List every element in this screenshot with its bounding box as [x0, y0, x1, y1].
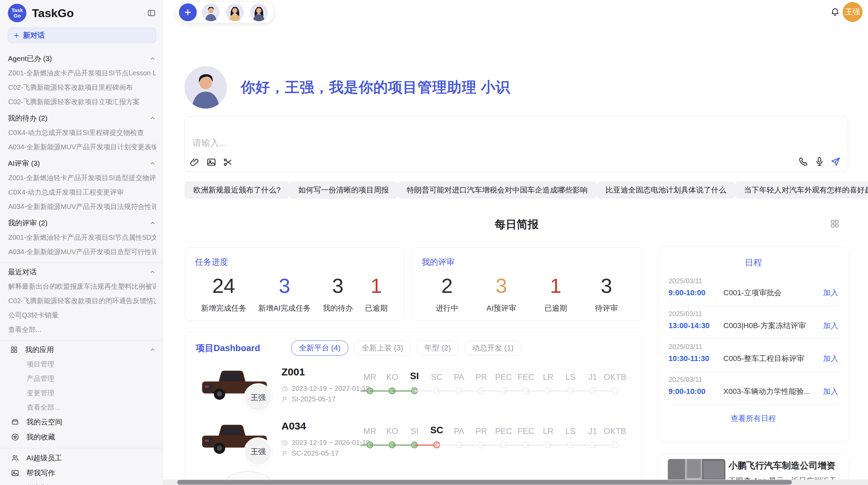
- milestone-label-ls: LS: [565, 372, 575, 382]
- agent-avatar-2[interactable]: [225, 2, 245, 22]
- sidebar-section-header[interactable]: 我的待办 (2): [8, 111, 156, 125]
- chevron-up-icon: [149, 160, 156, 167]
- calendar-entry[interactable]: 2025/03/119:00-10:00X003-车辆动力学性能验...加入: [668, 376, 838, 405]
- calendar-entry-time: 13:00-14:30: [668, 321, 723, 330]
- plus-icon: +: [14, 31, 19, 40]
- calendar-entry[interactable]: 2025/03/1110:30-11:30C005-整车工程目标评审加入: [668, 343, 838, 372]
- layout-grid-icon[interactable]: [830, 219, 840, 229]
- scrollbar-thumb[interactable]: [177, 480, 792, 485]
- recent-conversation-item[interactable]: 公司Q3轻卡销量: [8, 308, 156, 322]
- chevron-up-icon: [149, 220, 156, 226]
- recent-conversation-item[interactable]: C02-飞腾新能源轻客改款项目的闭环通告反馈情况: [8, 294, 156, 308]
- project-flag-text: SI-2025-05-17: [292, 395, 336, 403]
- notifications-bell-icon[interactable]: [830, 7, 840, 17]
- attach-file-icon[interactable]: [190, 157, 200, 167]
- app-shortcut-item[interactable]: 查看全部...: [8, 400, 156, 414]
- sidebar-section-header[interactable]: Agent已办 (3): [8, 51, 156, 66]
- chat-input[interactable]: [190, 134, 744, 156]
- view-all-schedule-link[interactable]: 查看所有日程: [658, 413, 848, 424]
- app-shortcut-item[interactable]: 产品管理: [8, 371, 156, 386]
- my-apps-label: 我的应用: [25, 345, 149, 355]
- app-shortcut-item[interactable]: 项目管理: [8, 357, 156, 371]
- sidebar-item-label: 我的云空间: [26, 417, 62, 427]
- plus-icon: [183, 8, 192, 17]
- suggestion-chip[interactable]: 特朗普可能对进口汽车增税会对中国车企造成哪些影响: [398, 182, 596, 199]
- dashboard-tab[interactable]: 全新上装 (3): [354, 340, 411, 356]
- send-icon[interactable]: [830, 156, 841, 167]
- user-avatar[interactable]: 王强: [843, 2, 863, 22]
- project-code[interactable]: Z001: [281, 366, 305, 378]
- milestone-dot-oktb[interactable]: [612, 387, 618, 394]
- conversation-item[interactable]: A034-全新新能源MUV产品开发项目造型可行性评审: [8, 245, 156, 259]
- calendar-entry-time: 10:30-11:30: [668, 354, 723, 363]
- stat-value: 1: [365, 274, 387, 298]
- conversation-item[interactable]: A034-全新新能源MUV产品开发项目计划变更表编写: [8, 140, 156, 154]
- sidebar-item-my-apps[interactable]: 我的应用: [8, 343, 156, 357]
- recent-conversation-item[interactable]: 解释最新出台的欧盟报废车法规再生塑料比例被调至15%...: [8, 279, 156, 294]
- new-chat-button[interactable]: + 新对话: [8, 27, 156, 43]
- briefing-card-0: 任务进度24新增完成任务3新增AI完成任务3我的待办1已逾期: [184, 247, 404, 321]
- conversation-item[interactable]: C0X4-动力总成开发项目工程变更评审: [8, 185, 156, 199]
- suggestion-chip[interactable]: 比亚迪全固态电池计划具体说了什么: [596, 182, 735, 199]
- dashboard-tab[interactable]: 全新平台 (4): [291, 340, 348, 356]
- sidebar-section-title: AI评审 (3): [8, 159, 149, 168]
- recent-conversation-item[interactable]: 查看全部...: [8, 322, 156, 337]
- sidebar-item-starbadge[interactable]: 我的收藏: [8, 430, 156, 445]
- milestone-label-pr: PR: [475, 372, 487, 382]
- collapse-sidebar-icon[interactable]: [147, 9, 156, 17]
- calendar-entry-title: X003-车辆动力学性能验...: [723, 386, 823, 397]
- project-row: 王强Z0012023-12-19 ~ 2027-01-19SI-2025-05-…: [185, 362, 642, 416]
- milestone-dot-oktb[interactable]: [612, 442, 618, 448]
- conversation-item[interactable]: Z001-全新燃油轻卡产品开发项目SI造型提交物评审: [8, 171, 156, 185]
- divider: [668, 404, 838, 405]
- milestone-label-j1: J1: [588, 426, 597, 436]
- screenshot-icon[interactable]: [222, 157, 233, 167]
- calendar-entry[interactable]: 2025/03/119:00-10:00C001-立项审批会加入: [668, 277, 838, 306]
- sidebar-item-box[interactable]: 我的云空间: [8, 414, 156, 430]
- milestone-label-ko: KO: [386, 372, 398, 382]
- project-code[interactable]: A034: [281, 420, 306, 432]
- calendar-entry-time: 9:00-10:00: [668, 288, 723, 297]
- divider: [668, 306, 838, 306]
- conversation-item[interactable]: C02-飞腾新能源轻客改款项目立项汇报方案: [8, 95, 156, 109]
- conversation-item[interactable]: C0X4-动力总成开发项目SI里程碑提交物检查: [8, 125, 156, 140]
- sidebar-section-header[interactable]: 最近对话: [8, 265, 156, 279]
- join-link[interactable]: 加入: [823, 386, 838, 397]
- calendar-title: 日程: [658, 257, 848, 268]
- divider: [0, 448, 163, 448]
- box-icon: [11, 418, 20, 426]
- attach-image-icon[interactable]: [206, 157, 217, 167]
- conversation-item[interactable]: Z001-全新燃油轻卡产品开发项目SI节点属性5D文件评审: [8, 230, 156, 245]
- project-owner-badge[interactable]: 王强: [244, 437, 273, 466]
- project-owner-badge[interactable]: 王强: [244, 383, 273, 412]
- suggestion-chip[interactable]: 欧洲新规最近颁布了什么?: [184, 182, 289, 199]
- sidebar-section-header[interactable]: 我的评审 (2): [8, 216, 156, 230]
- voice-call-icon[interactable]: [798, 156, 809, 167]
- sidebar-tool-pen[interactable]: 创意制图: [8, 481, 156, 485]
- suggestion-chip[interactable]: 如何写一份清晰的项目周报: [289, 182, 398, 199]
- photo-icon: [11, 469, 20, 477]
- join-link[interactable]: 加入: [823, 353, 838, 364]
- conversation-item[interactable]: A034-全新新能源MUV产品开发项目法规符合性评审: [8, 199, 156, 214]
- stat-label: 新增完成任务: [201, 303, 246, 313]
- app-shortcut-item[interactable]: 变更管理: [8, 386, 156, 400]
- agent-avatar-1[interactable]: [201, 2, 221, 22]
- conversation-item[interactable]: Z001-全新燃油皮卡产品开发项目SI节点Lesson Learn报告: [8, 66, 156, 80]
- sidebar-tool-photo[interactable]: 帮我写作: [8, 465, 156, 481]
- add-agent-button[interactable]: [179, 3, 197, 21]
- suggestion-chip[interactable]: 当下年轻人对汽车外观有怎样的喜好趋势: [735, 182, 868, 199]
- sidebar-section-header[interactable]: AI评审 (3): [8, 156, 156, 171]
- milestone-track: MRKOSISCPAPRPECFECLRLSJ1OKTB: [358, 418, 636, 466]
- agent-avatar-3[interactable]: [249, 2, 269, 22]
- join-link[interactable]: 加入: [823, 321, 838, 331]
- dashboard-tab[interactable]: 动总开发 (1): [464, 340, 521, 356]
- calendar-entry[interactable]: 2025/03/1113:00-14:30C003|H0B-方案冻结评审加入: [668, 310, 838, 339]
- sidebar-tool-people[interactable]: AI超级员工: [8, 450, 156, 465]
- dashboard-tab[interactable]: 年型 (2): [417, 340, 459, 356]
- microphone-icon[interactable]: [814, 156, 825, 167]
- stat-value: 3: [323, 274, 353, 298]
- join-link[interactable]: 加入: [823, 288, 838, 298]
- suggestion-chips: 欧洲新规最近颁布了什么?如何写一份清晰的项目周报特朗普可能对进口汽车增税会对中国…: [184, 182, 849, 199]
- conversation-item[interactable]: C02-飞腾新能源轻客改款项目里程碑画布: [8, 80, 156, 95]
- daily-briefing-title: 每日简报: [184, 217, 849, 232]
